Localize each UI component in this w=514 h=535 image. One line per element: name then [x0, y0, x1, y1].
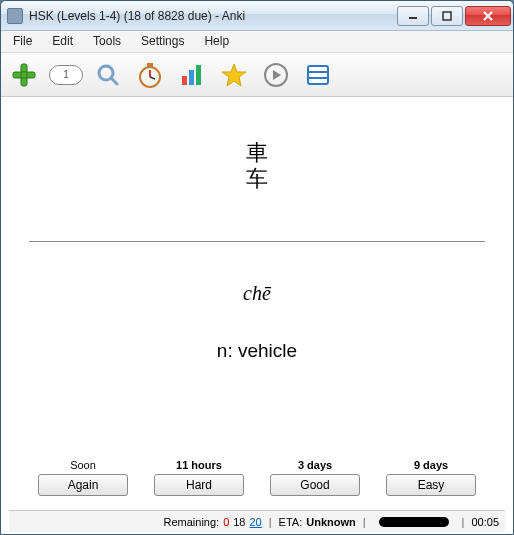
remaining-new: 0 [223, 516, 229, 528]
search-icon [95, 62, 121, 88]
interval-hard: 11 hours [176, 459, 222, 471]
menu-file[interactable]: File [3, 31, 42, 52]
answer-easy-col: 9 days Easy [386, 459, 476, 496]
close-icon [482, 11, 494, 21]
stopwatch-icon [136, 61, 164, 89]
answer-hard-col: 11 hours Hard [154, 459, 244, 496]
card-meaning: n: vehicle [217, 340, 297, 362]
menu-help[interactable]: Help [194, 31, 239, 52]
svg-line-9 [111, 78, 117, 84]
easy-button[interactable]: Easy [386, 474, 476, 496]
answer-good-col: 3 days Good [270, 459, 360, 496]
good-button[interactable]: Good [270, 474, 360, 496]
chart-icon [179, 62, 205, 88]
maximize-icon [442, 11, 452, 21]
card-divider [29, 241, 486, 242]
titlebar[interactable]: HSK (Levels 1-4) (18 of 8828 due) - Anki [1, 1, 513, 31]
marked-button[interactable] [217, 58, 251, 92]
svg-rect-5 [13, 72, 35, 78]
content-area: 車 车 chē n: vehicle Soon Again 11 hours H… [1, 97, 513, 534]
interval-easy: 9 days [414, 459, 448, 471]
card-pinyin: chē [243, 282, 271, 305]
eta-label: ETA: [279, 516, 303, 528]
window-title: HSK (Levels 1-4) (18 of 8828 due) - Anki [29, 9, 395, 23]
menubar: File Edit Tools Settings Help [1, 31, 513, 53]
timer-button[interactable] [133, 58, 167, 92]
card-front: 車 车 [246, 140, 268, 193]
interval-again: Soon [70, 459, 96, 471]
interval-good: 3 days [298, 459, 332, 471]
hanzi-traditional: 車 [246, 140, 268, 166]
counter-button[interactable]: 1 [49, 58, 83, 92]
status-separator-2: | [363, 516, 366, 528]
progress-bar [379, 517, 449, 527]
close-button[interactable] [465, 6, 511, 26]
menu-settings[interactable]: Settings [131, 31, 194, 52]
eta-value: Unknown [306, 516, 356, 528]
stats-button[interactable] [175, 58, 209, 92]
menu-tools[interactable]: Tools [83, 31, 131, 52]
app-window: HSK (Levels 1-4) (18 of 8828 due) - Anki… [0, 0, 514, 535]
plus-icon [10, 61, 38, 89]
flashcard: 車 车 chē n: vehicle Soon Again 11 hours H… [9, 105, 505, 510]
minimize-icon [408, 11, 418, 21]
svg-marker-17 [222, 64, 246, 86]
counter-display: 1 [49, 65, 83, 85]
window-controls [395, 6, 511, 26]
svg-rect-15 [189, 70, 194, 85]
answer-again-col: Soon Again [38, 459, 128, 496]
svg-rect-1 [443, 12, 451, 20]
toolbar: 1 [1, 53, 513, 97]
svg-rect-11 [147, 63, 153, 67]
search-button[interactable] [91, 58, 125, 92]
statusbar: Remaining: 0 18 20 | ETA: Unknown | | 00… [9, 510, 505, 532]
hard-button[interactable]: Hard [154, 474, 244, 496]
svg-rect-14 [182, 76, 187, 85]
svg-rect-16 [196, 65, 201, 85]
status-separator: | [269, 516, 272, 528]
play-icon [263, 62, 289, 88]
layout-icon [305, 62, 331, 88]
status-separator-3: | [462, 516, 465, 528]
minimize-button[interactable] [397, 6, 429, 26]
hanzi-simplified: 车 [246, 166, 268, 192]
layout-button[interactable] [301, 58, 335, 92]
remaining-label: Remaining: [163, 516, 219, 528]
svg-rect-20 [308, 66, 328, 84]
add-button[interactable] [7, 58, 41, 92]
replay-button[interactable] [259, 58, 293, 92]
remaining-learn: 18 [233, 516, 245, 528]
again-button[interactable]: Again [38, 474, 128, 496]
star-icon [221, 62, 247, 88]
maximize-button[interactable] [431, 6, 463, 26]
remaining-due[interactable]: 20 [250, 516, 262, 528]
timer-display: 00:05 [471, 516, 499, 528]
menu-edit[interactable]: Edit [42, 31, 83, 52]
answer-buttons: Soon Again 11 hours Hard 3 days Good 9 d… [38, 459, 476, 500]
app-icon [7, 8, 23, 24]
svg-marker-19 [273, 70, 281, 80]
